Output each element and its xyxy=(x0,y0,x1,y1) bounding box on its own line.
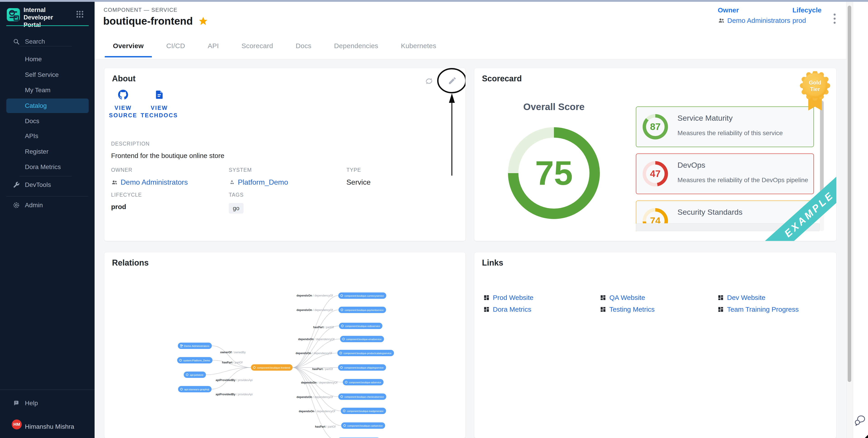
help-chat-icon: ? xyxy=(13,400,20,407)
link-testing-metrics[interactable]: Testing Metrics xyxy=(600,306,655,313)
sidebar-item-docs[interactable]: Docs xyxy=(0,114,95,128)
svg-text:component:boutique-adservice: component:boutique-adservice xyxy=(349,381,381,384)
refresh-icon[interactable] xyxy=(425,77,434,86)
link-prod-website[interactable]: Prod Website xyxy=(483,294,533,302)
svg-text:component:boutique-shippingser: component:boutique-shippingservice xyxy=(344,366,383,369)
dashboard-icon xyxy=(600,295,606,301)
gold-tier-badge: GoldTier xyxy=(799,71,831,114)
gear-icon xyxy=(13,202,20,209)
svg-text:hasPart / partOf: hasPart / partOf xyxy=(222,361,243,364)
window-top-strip xyxy=(0,0,868,2)
sidebar-item-catalog[interactable]: Catalog xyxy=(0,99,95,113)
more-options-icon[interactable] xyxy=(830,12,839,25)
svg-text:component:boutique-currencyser: component:boutique-currencyservice xyxy=(344,295,384,297)
link-dora-metrics[interactable]: Dora Metrics xyxy=(483,306,531,313)
scorecard-metric-list: 87 Service Maturity Measures the reliabi… xyxy=(636,100,819,231)
svg-text:component:boutique-frontend: component:boutique-frontend xyxy=(257,366,290,369)
header-lifecycle: Lifecycle prod xyxy=(793,6,822,25)
svg-text:Demo Administrators: Demo Administrators xyxy=(184,345,209,347)
tab-dependencies[interactable]: Dependencies xyxy=(326,42,386,58)
feedback-chat-icon[interactable] xyxy=(852,413,866,427)
sidebar-item-apis[interactable]: APIs xyxy=(0,129,95,143)
sidebar-item-self-service[interactable]: Self Service xyxy=(0,68,95,82)
search-icon xyxy=(13,38,20,45)
svg-text:system:Platform_Demo: system:Platform_Demo xyxy=(183,359,210,362)
svg-text:dependsOn / dependencyOf: dependsOn / dependencyOf xyxy=(298,338,335,341)
sidebar-user[interactable]: Himanshu Mishra xyxy=(0,419,95,434)
sidebar-accent-divider xyxy=(6,25,89,26)
sidebar-item-home[interactable]: Home xyxy=(0,52,95,66)
view-techdocs-button[interactable]: VIEWTECHDOCS xyxy=(138,90,181,119)
app-switcher-icon[interactable] xyxy=(76,11,83,18)
relations-card: Relations ownerOf / ownedByhasPart / par… xyxy=(104,252,466,438)
edit-pencil-icon[interactable] xyxy=(448,76,457,85)
tag-chip[interactable]: go xyxy=(229,203,244,213)
svg-text:component:boutique-paymentserv: component:boutique-paymentservice xyxy=(345,309,383,311)
favorite-star-icon[interactable] xyxy=(198,16,208,26)
svg-text:dependsOn / dependencyOf: dependsOn / dependencyOf xyxy=(296,352,332,355)
scorecard-card: Scorecard Overall Score 75 87 Service Ma… xyxy=(474,68,837,241)
sidebar-search[interactable]: Search xyxy=(0,34,95,49)
sidebar-item-admin[interactable]: Admin xyxy=(0,198,95,212)
cursor-artifact xyxy=(865,434,868,438)
tab-bar: Overview CI/CD API Scorecard Docs Depend… xyxy=(105,34,444,58)
about-system: SYSTEM Platform_Demo xyxy=(229,167,288,187)
tab-docs[interactable]: Docs xyxy=(288,42,320,58)
svg-text:component:boutique-loadgenerat: component:boutique-loadgenerator xyxy=(347,410,383,412)
overall-score-donut: 75 xyxy=(508,127,600,219)
link-qa-website[interactable]: QA Website xyxy=(600,294,645,302)
svg-text:dependsOn / dependencyOf: dependsOn / dependencyOf xyxy=(301,381,338,384)
svg-text:?: ? xyxy=(15,401,17,404)
metric-donut: 87 xyxy=(643,114,668,139)
svg-text:ownerOf / ownedBy: ownerOf / ownedBy xyxy=(220,351,246,354)
svg-text:component:boutique-productcata: component:boutique-productcatalogservice xyxy=(343,352,392,355)
dashboard-icon xyxy=(483,306,490,312)
window-scrollbar[interactable] xyxy=(846,2,853,438)
sidebar-item-help[interactable]: ? Help xyxy=(0,396,95,410)
system-icon xyxy=(229,179,235,186)
sidebar-item-register[interactable]: Register xyxy=(0,144,95,159)
scrollbar-thumb[interactable] xyxy=(848,6,851,382)
svg-text:apiProvidedBy / providesApi: apiProvidedBy / providesApi xyxy=(216,378,252,382)
svg-text:component:boutique-cartservice: component:boutique-cartservice xyxy=(347,425,383,427)
portal-logo-icon xyxy=(7,8,20,21)
wrench-icon xyxy=(13,181,20,189)
about-owner: OWNER Demo Administrators xyxy=(111,167,188,187)
sidebar-divider xyxy=(20,176,72,176)
links-card: Links Prod Website QA Website Dev Websit… xyxy=(474,252,837,438)
svg-text:dependsOn / dependencyOf: dependsOn / dependencyOf xyxy=(299,410,335,413)
page-title: boutique-frontend xyxy=(103,15,208,27)
about-type: TYPE Service xyxy=(346,167,371,187)
link-dev-website[interactable]: Dev Website xyxy=(717,294,766,302)
svg-text:dependsOn / dependencyOf: dependsOn / dependencyOf xyxy=(297,308,333,312)
sidebar-item-devtools[interactable]: DevTools xyxy=(0,178,95,192)
about-card: About VIEWSOURCE VIEWTECHDOCS DESCRIPTIO… xyxy=(104,68,466,241)
sidebar-item-my-team[interactable]: My Team xyxy=(0,83,95,97)
svg-text:api:starwars-graphql: api:starwars-graphql xyxy=(184,388,209,391)
owner-label: Owner xyxy=(718,6,790,14)
metric-card-service-maturity[interactable]: 87 Service Maturity Measures the reliabi… xyxy=(636,106,814,147)
sidebar-item-dora-metrics[interactable]: Dora Metrics xyxy=(0,160,95,174)
tab-api[interactable]: API xyxy=(199,42,227,58)
relations-graph[interactable]: ownerOf / ownedByhasPart / partOfapiProv… xyxy=(104,252,465,438)
svg-text:hasPart / partOf: hasPart / partOf xyxy=(315,425,336,428)
dashboard-icon xyxy=(600,306,606,312)
svg-text:component:boutique-redisservic: component:boutique-redisservice xyxy=(345,325,380,328)
link-team-training-progress[interactable]: Team Training Progress xyxy=(717,306,799,313)
metric-donut: 47 xyxy=(643,161,668,187)
lifecycle-label: Lifecycle xyxy=(793,6,822,14)
tab-cicd[interactable]: CI/CD xyxy=(158,42,193,58)
tab-scorecard[interactable]: Scorecard xyxy=(233,42,281,58)
header-owner: Owner Demo Administrators xyxy=(718,6,790,25)
tab-overview[interactable]: Overview xyxy=(105,42,152,58)
about-tags: TAGS go xyxy=(229,192,244,213)
svg-text:apiProvidedBy / providesApi: apiProvidedBy / providesApi xyxy=(216,393,252,396)
metric-card-devops[interactable]: 47 DevOps Measures the reliability of th… xyxy=(636,154,814,194)
svg-text:dependsOn / dependencyOf: dependsOn / dependencyOf xyxy=(297,396,333,399)
dashboard-icon xyxy=(483,295,490,301)
owner-value[interactable]: Demo Administrators xyxy=(718,17,790,25)
tab-kubernetes[interactable]: Kubernetes xyxy=(393,42,444,58)
lifecycle-value: prod xyxy=(793,17,806,25)
sidebar: Internal Developer Portal Search Home Se… xyxy=(0,2,95,438)
overall-score-label: Overall Score xyxy=(508,101,600,112)
